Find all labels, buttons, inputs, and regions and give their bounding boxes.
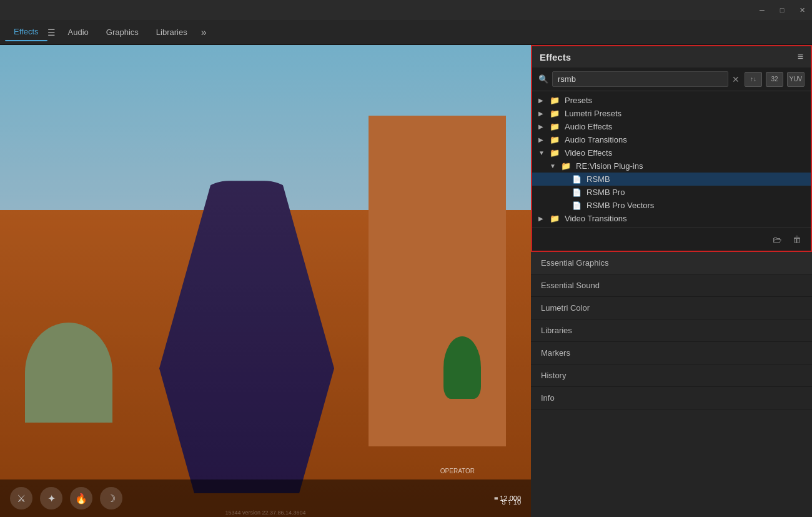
version-text: 15344 version 22.37.86.14.3604 xyxy=(225,509,305,516)
panel-list-item-history[interactable]: History xyxy=(531,364,812,387)
panel-list: Essential Graphics Essential Sound Lumet… xyxy=(531,252,812,517)
effect-icon-rsmb-pro: 📄 xyxy=(572,188,582,197)
close-button[interactable]: ✕ xyxy=(797,5,807,15)
new-folder-button[interactable]: 🗁 xyxy=(770,232,785,247)
hud-icon-2: ✦ xyxy=(40,487,62,509)
accelerate-icon-btn[interactable]: ↑↓ xyxy=(745,72,762,87)
tree-arrow-video-effects: ▼ xyxy=(538,149,547,156)
tree-label-video-effects: Video Effects xyxy=(565,148,612,158)
panel-list-item-markers[interactable]: Markers xyxy=(531,342,812,364)
panel-list-item-essential-graphics[interactable]: Essential Graphics xyxy=(531,252,812,274)
folder-icon-lumetri: 📁 xyxy=(550,109,560,118)
tab-effects[interactable]: Effects xyxy=(5,23,47,41)
right-panel: Effects ≡ 🔍 ✕ ↑↓ 32 YUV ▶ 📁 xyxy=(531,45,812,517)
effect-icon-rsmb: 📄 xyxy=(572,175,582,184)
hud-icon-1: ⚔ xyxy=(10,487,32,509)
tab-bar: Effects ☰ Audio Graphics Libraries » xyxy=(0,20,812,45)
tree-arrow-lumetri: ▶ xyxy=(538,110,547,117)
folder-icon-video-effects: 📁 xyxy=(550,148,560,158)
search-clear-button[interactable]: ✕ xyxy=(732,74,740,84)
tree-label-video-transitions: Video Transitions xyxy=(565,214,627,223)
tab-libraries[interactable]: Libraries xyxy=(147,24,196,41)
effects-header: Effects ≡ xyxy=(532,46,811,68)
tree-label-presets: Presets xyxy=(565,96,592,105)
effects-bottom-bar: 🗁 🗑 xyxy=(532,228,811,251)
yuv-icon-btn[interactable]: YUV xyxy=(787,72,805,87)
hud-operator-label: OPERATOR xyxy=(440,468,475,474)
scene-overlay xyxy=(0,45,531,517)
tree-item-audio-transitions[interactable]: ▶ 📁 Audio Transitions xyxy=(532,133,811,146)
tree-item-lumetri-presets[interactable]: ▶ 📁 Lumetri Presets xyxy=(532,107,811,120)
tree-arrow-audio-effects: ▶ xyxy=(538,123,547,130)
tree-label-rsmb-pro-vectors: RSMB Pro Vectors xyxy=(587,201,654,210)
tree-label-audio-effects: Audio Effects xyxy=(565,122,612,131)
tree-arrow-presets: ▶ xyxy=(538,97,547,104)
tree-arrow-audio-transitions: ▶ xyxy=(538,136,547,143)
effect-icon-rsmb-pro-vectors: 📄 xyxy=(572,201,582,210)
32bit-icon-btn[interactable]: 32 xyxy=(766,72,783,87)
maximize-button[interactable]: □ xyxy=(777,5,787,15)
search-input[interactable] xyxy=(552,71,728,87)
effects-tree: ▶ 📁 Presets ▶ 📁 Lumetri Presets ▶ 📁 Audi… xyxy=(532,91,811,228)
search-icon: 🔍 xyxy=(538,74,548,84)
hud-icon-3: 🔥 xyxy=(70,487,92,509)
panel-list-item-info[interactable]: Info xyxy=(531,387,812,409)
tree-label-rsmb-pro: RSMB Pro xyxy=(587,188,625,197)
hud-kills: 5 ⫶ 10 xyxy=(502,498,521,506)
tab-graphics[interactable]: Graphics xyxy=(97,24,147,41)
tree-item-audio-effects[interactable]: ▶ 📁 Audio Effects xyxy=(532,120,811,133)
tree-item-presets[interactable]: ▶ 📁 Presets xyxy=(532,94,811,107)
tree-arrow-revision: ▼ xyxy=(550,163,558,169)
tree-label-lumetri-presets: Lumetri Presets xyxy=(565,109,621,118)
effects-panel: Effects ≡ 🔍 ✕ ↑↓ 32 YUV ▶ 📁 xyxy=(531,45,812,252)
folder-icon-audio-transitions: 📁 xyxy=(550,135,560,144)
search-icons-right: ↑↓ 32 YUV xyxy=(745,72,805,87)
tree-item-rsmb-pro[interactable]: ▶ 📄 RSMB Pro xyxy=(532,186,811,199)
video-preview: OPERATOR ⚔ ✦ 🔥 ☽ ≡ 12,000 5 ⫶ 10 15344 v… xyxy=(0,45,531,517)
tree-label-audio-transitions: Audio Transitions xyxy=(565,135,627,144)
more-tabs-button[interactable]: » xyxy=(196,24,212,41)
folder-icon-revision: 📁 xyxy=(561,161,571,171)
folder-icon-video-transitions: 📁 xyxy=(550,214,560,223)
delete-button[interactable]: 🗑 xyxy=(790,232,805,247)
folder-icon-presets: 📁 xyxy=(550,96,560,105)
tree-arrow-video-transitions: ▶ xyxy=(538,215,547,222)
hud-icon-4: ☽ xyxy=(100,487,122,509)
tab-audio[interactable]: Audio xyxy=(59,24,97,41)
tree-label-rsmb: RSMB xyxy=(587,174,610,184)
folder-icon-audio-effects: 📁 xyxy=(550,122,560,131)
main-content: OPERATOR ⚔ ✦ 🔥 ☽ ≡ 12,000 5 ⫶ 10 15344 v… xyxy=(0,45,812,517)
tree-item-video-effects[interactable]: ▼ 📁 Video Effects xyxy=(532,146,811,159)
panel-list-item-lumetri-color[interactable]: Lumetri Color xyxy=(531,297,812,319)
minimize-button[interactable]: ─ xyxy=(757,5,767,15)
tree-item-revision-plugins[interactable]: ▼ 📁 RE:Vision Plug-ins xyxy=(532,159,811,173)
effects-panel-title: Effects xyxy=(540,52,571,63)
panel-list-item-libraries[interactable]: Libraries xyxy=(531,319,812,342)
title-bar: ─ □ ✕ xyxy=(0,0,812,20)
tree-item-rsmb[interactable]: ▶ 📄 RSMB xyxy=(532,173,811,186)
effects-panel-menu-icon[interactable]: ≡ xyxy=(798,51,803,63)
tree-item-video-transitions[interactable]: ▶ 📁 Video Transitions xyxy=(532,212,811,225)
video-panel: OPERATOR ⚔ ✦ 🔥 ☽ ≡ 12,000 5 ⫶ 10 15344 v… xyxy=(0,45,531,517)
tree-label-revision-plugins: RE:Vision Plug-ins xyxy=(576,161,643,171)
effects-menu-icon[interactable]: ☰ xyxy=(47,28,56,38)
panel-list-item-essential-sound[interactable]: Essential Sound xyxy=(531,274,812,297)
search-bar: 🔍 ✕ ↑↓ 32 YUV xyxy=(532,68,811,91)
tree-item-rsmb-pro-vectors[interactable]: ▶ 📄 RSMB Pro Vectors xyxy=(532,199,811,212)
